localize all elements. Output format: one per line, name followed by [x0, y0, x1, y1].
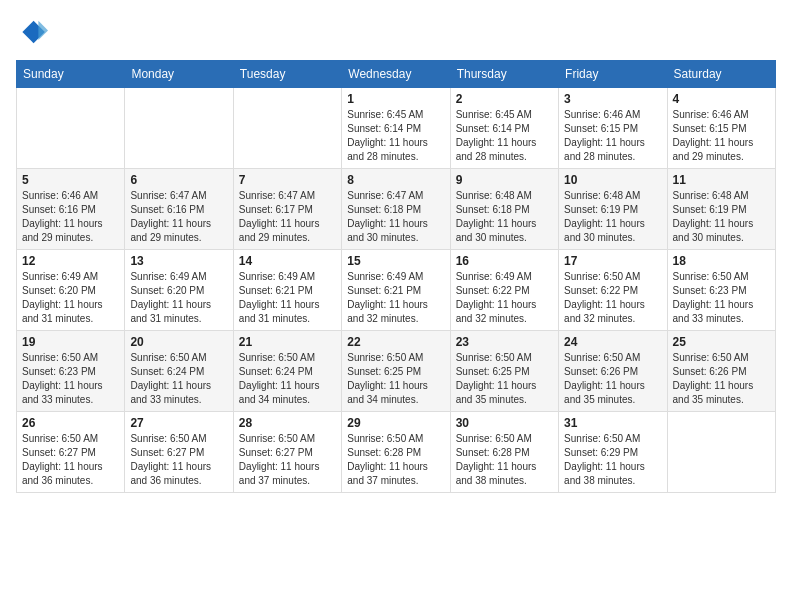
day-number: 6	[130, 173, 227, 187]
calendar-day-header: Tuesday	[233, 61, 341, 88]
calendar-day-header: Thursday	[450, 61, 558, 88]
calendar-header-row: SundayMondayTuesdayWednesdayThursdayFrid…	[17, 61, 776, 88]
calendar-cell: 12Sunrise: 6:49 AM Sunset: 6:20 PM Dayli…	[17, 250, 125, 331]
day-info: Sunrise: 6:47 AM Sunset: 6:16 PM Dayligh…	[130, 189, 227, 245]
day-info: Sunrise: 6:50 AM Sunset: 6:27 PM Dayligh…	[22, 432, 119, 488]
day-info: Sunrise: 6:47 AM Sunset: 6:18 PM Dayligh…	[347, 189, 444, 245]
day-number: 26	[22, 416, 119, 430]
calendar-body: 1Sunrise: 6:45 AM Sunset: 6:14 PM Daylig…	[17, 88, 776, 493]
day-info: Sunrise: 6:45 AM Sunset: 6:14 PM Dayligh…	[456, 108, 553, 164]
day-number: 15	[347, 254, 444, 268]
calendar-cell	[233, 88, 341, 169]
day-info: Sunrise: 6:48 AM Sunset: 6:19 PM Dayligh…	[564, 189, 661, 245]
day-info: Sunrise: 6:49 AM Sunset: 6:20 PM Dayligh…	[22, 270, 119, 326]
day-info: Sunrise: 6:49 AM Sunset: 6:22 PM Dayligh…	[456, 270, 553, 326]
day-info: Sunrise: 6:46 AM Sunset: 6:16 PM Dayligh…	[22, 189, 119, 245]
day-number: 16	[456, 254, 553, 268]
calendar-cell: 25Sunrise: 6:50 AM Sunset: 6:26 PM Dayli…	[667, 331, 775, 412]
calendar-cell: 4Sunrise: 6:46 AM Sunset: 6:15 PM Daylig…	[667, 88, 775, 169]
day-info: Sunrise: 6:47 AM Sunset: 6:17 PM Dayligh…	[239, 189, 336, 245]
day-number: 5	[22, 173, 119, 187]
day-number: 20	[130, 335, 227, 349]
calendar-cell: 10Sunrise: 6:48 AM Sunset: 6:19 PM Dayli…	[559, 169, 667, 250]
day-info: Sunrise: 6:46 AM Sunset: 6:15 PM Dayligh…	[673, 108, 770, 164]
day-info: Sunrise: 6:50 AM Sunset: 6:23 PM Dayligh…	[22, 351, 119, 407]
day-number: 10	[564, 173, 661, 187]
day-info: Sunrise: 6:48 AM Sunset: 6:19 PM Dayligh…	[673, 189, 770, 245]
day-number: 24	[564, 335, 661, 349]
day-number: 19	[22, 335, 119, 349]
day-number: 25	[673, 335, 770, 349]
calendar-cell: 23Sunrise: 6:50 AM Sunset: 6:25 PM Dayli…	[450, 331, 558, 412]
day-number: 29	[347, 416, 444, 430]
calendar-cell: 29Sunrise: 6:50 AM Sunset: 6:28 PM Dayli…	[342, 412, 450, 493]
calendar-cell: 17Sunrise: 6:50 AM Sunset: 6:22 PM Dayli…	[559, 250, 667, 331]
day-number: 1	[347, 92, 444, 106]
day-number: 28	[239, 416, 336, 430]
day-info: Sunrise: 6:50 AM Sunset: 6:24 PM Dayligh…	[130, 351, 227, 407]
calendar-week-row: 26Sunrise: 6:50 AM Sunset: 6:27 PM Dayli…	[17, 412, 776, 493]
calendar-week-row: 1Sunrise: 6:45 AM Sunset: 6:14 PM Daylig…	[17, 88, 776, 169]
day-number: 17	[564, 254, 661, 268]
calendar-cell: 13Sunrise: 6:49 AM Sunset: 6:20 PM Dayli…	[125, 250, 233, 331]
calendar-week-row: 19Sunrise: 6:50 AM Sunset: 6:23 PM Dayli…	[17, 331, 776, 412]
calendar-cell: 20Sunrise: 6:50 AM Sunset: 6:24 PM Dayli…	[125, 331, 233, 412]
day-info: Sunrise: 6:50 AM Sunset: 6:25 PM Dayligh…	[456, 351, 553, 407]
calendar-cell: 26Sunrise: 6:50 AM Sunset: 6:27 PM Dayli…	[17, 412, 125, 493]
calendar-cell: 31Sunrise: 6:50 AM Sunset: 6:29 PM Dayli…	[559, 412, 667, 493]
calendar-cell: 5Sunrise: 6:46 AM Sunset: 6:16 PM Daylig…	[17, 169, 125, 250]
day-number: 21	[239, 335, 336, 349]
calendar-cell: 27Sunrise: 6:50 AM Sunset: 6:27 PM Dayli…	[125, 412, 233, 493]
calendar-cell: 16Sunrise: 6:49 AM Sunset: 6:22 PM Dayli…	[450, 250, 558, 331]
calendar-cell: 18Sunrise: 6:50 AM Sunset: 6:23 PM Dayli…	[667, 250, 775, 331]
day-number: 18	[673, 254, 770, 268]
day-number: 31	[564, 416, 661, 430]
calendar-day-header: Saturday	[667, 61, 775, 88]
day-number: 23	[456, 335, 553, 349]
calendar-cell: 11Sunrise: 6:48 AM Sunset: 6:19 PM Dayli…	[667, 169, 775, 250]
day-info: Sunrise: 6:50 AM Sunset: 6:25 PM Dayligh…	[347, 351, 444, 407]
day-number: 11	[673, 173, 770, 187]
day-info: Sunrise: 6:50 AM Sunset: 6:28 PM Dayligh…	[347, 432, 444, 488]
day-info: Sunrise: 6:45 AM Sunset: 6:14 PM Dayligh…	[347, 108, 444, 164]
day-number: 9	[456, 173, 553, 187]
day-info: Sunrise: 6:50 AM Sunset: 6:26 PM Dayligh…	[673, 351, 770, 407]
day-number: 8	[347, 173, 444, 187]
calendar-cell: 3Sunrise: 6:46 AM Sunset: 6:15 PM Daylig…	[559, 88, 667, 169]
calendar-cell: 2Sunrise: 6:45 AM Sunset: 6:14 PM Daylig…	[450, 88, 558, 169]
calendar-cell: 6Sunrise: 6:47 AM Sunset: 6:16 PM Daylig…	[125, 169, 233, 250]
day-info: Sunrise: 6:49 AM Sunset: 6:21 PM Dayligh…	[239, 270, 336, 326]
day-info: Sunrise: 6:49 AM Sunset: 6:21 PM Dayligh…	[347, 270, 444, 326]
calendar-cell: 21Sunrise: 6:50 AM Sunset: 6:24 PM Dayli…	[233, 331, 341, 412]
day-info: Sunrise: 6:50 AM Sunset: 6:28 PM Dayligh…	[456, 432, 553, 488]
calendar-cell: 9Sunrise: 6:48 AM Sunset: 6:18 PM Daylig…	[450, 169, 558, 250]
day-number: 12	[22, 254, 119, 268]
logo-icon	[16, 16, 48, 48]
day-number: 7	[239, 173, 336, 187]
day-info: Sunrise: 6:50 AM Sunset: 6:29 PM Dayligh…	[564, 432, 661, 488]
calendar-cell	[17, 88, 125, 169]
calendar-day-header: Sunday	[17, 61, 125, 88]
calendar-cell	[125, 88, 233, 169]
calendar-cell	[667, 412, 775, 493]
calendar-cell: 15Sunrise: 6:49 AM Sunset: 6:21 PM Dayli…	[342, 250, 450, 331]
day-info: Sunrise: 6:50 AM Sunset: 6:27 PM Dayligh…	[130, 432, 227, 488]
calendar-cell: 19Sunrise: 6:50 AM Sunset: 6:23 PM Dayli…	[17, 331, 125, 412]
calendar-cell: 8Sunrise: 6:47 AM Sunset: 6:18 PM Daylig…	[342, 169, 450, 250]
day-number: 3	[564, 92, 661, 106]
day-number: 4	[673, 92, 770, 106]
calendar-cell: 14Sunrise: 6:49 AM Sunset: 6:21 PM Dayli…	[233, 250, 341, 331]
day-number: 13	[130, 254, 227, 268]
calendar-cell: 28Sunrise: 6:50 AM Sunset: 6:27 PM Dayli…	[233, 412, 341, 493]
logo	[16, 16, 52, 48]
day-info: Sunrise: 6:50 AM Sunset: 6:24 PM Dayligh…	[239, 351, 336, 407]
calendar-cell: 30Sunrise: 6:50 AM Sunset: 6:28 PM Dayli…	[450, 412, 558, 493]
day-info: Sunrise: 6:50 AM Sunset: 6:22 PM Dayligh…	[564, 270, 661, 326]
calendar-table: SundayMondayTuesdayWednesdayThursdayFrid…	[16, 60, 776, 493]
page-header	[16, 16, 776, 48]
calendar-cell: 7Sunrise: 6:47 AM Sunset: 6:17 PM Daylig…	[233, 169, 341, 250]
calendar-day-header: Monday	[125, 61, 233, 88]
day-info: Sunrise: 6:50 AM Sunset: 6:27 PM Dayligh…	[239, 432, 336, 488]
calendar-day-header: Friday	[559, 61, 667, 88]
day-info: Sunrise: 6:48 AM Sunset: 6:18 PM Dayligh…	[456, 189, 553, 245]
